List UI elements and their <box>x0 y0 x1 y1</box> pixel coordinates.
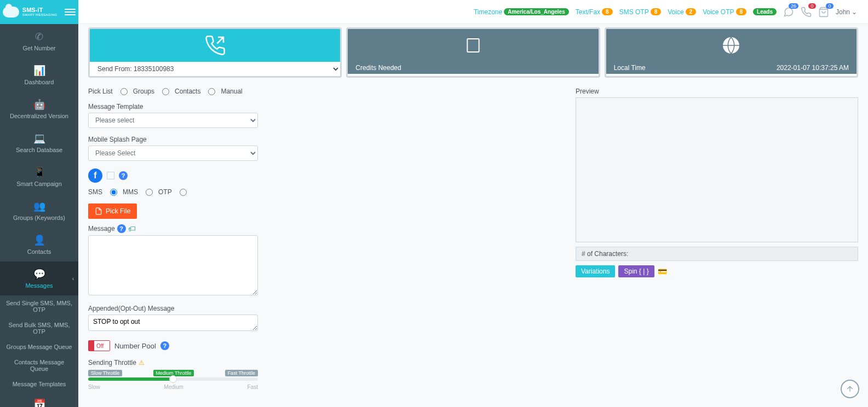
timezone-label: Timezone <box>474 8 502 16</box>
radio-sms[interactable] <box>110 189 117 196</box>
users-icon: 👥 <box>33 200 45 212</box>
number-pool-toggle[interactable]: Off <box>88 340 110 351</box>
preview-label: Preview <box>576 88 858 95</box>
credit-card-icon[interactable]: 💳 <box>658 267 667 276</box>
slider-handle[interactable] <box>169 375 177 383</box>
help-icon[interactable]: ? <box>117 224 126 233</box>
phone-icon: ✆ <box>35 31 43 43</box>
card-send-from: Send From: 18335100983 <box>88 27 342 78</box>
user-icon: 👤 <box>33 234 45 246</box>
globe-icon <box>721 36 741 55</box>
chevron-down-icon: ⌄ <box>852 8 857 16</box>
throttle-slider[interactable]: Slow Throttle Medium Throttle Fast Throt… <box>88 370 258 390</box>
message-textarea[interactable] <box>88 235 258 295</box>
help-icon[interactable]: ? <box>160 341 169 350</box>
sidebar-item-getnumber[interactable]: ✆Get Number <box>0 24 78 58</box>
pick-file-button[interactable]: Pick File <box>88 203 137 219</box>
sidebar-item-decentralized[interactable]: 🤖Decentralized Version <box>0 92 78 126</box>
cloud-icon <box>3 7 19 18</box>
sub-groups-queue[interactable]: Groups Message Queue <box>0 339 78 354</box>
smsotp-link[interactable]: SMS OTP8 <box>619 8 662 16</box>
sub-send-bulk[interactable]: Send Bulk SMS, MMS, OTP <box>0 317 78 339</box>
notification-icon[interactable]: 26 <box>783 7 794 18</box>
picklist-label: Pick List <box>88 88 113 95</box>
localtime-label: Local Time <box>614 64 646 72</box>
variations-button[interactable]: Variations <box>576 265 615 277</box>
char-count: # of Characters: <box>576 247 858 261</box>
leads-pill[interactable]: Leads <box>753 8 777 15</box>
sidebar-item-groups[interactable]: 👥Groups (Keywords) <box>0 194 78 228</box>
optout-label: Appended(Opt-Out) Message <box>88 305 559 312</box>
menu-toggle-icon[interactable] <box>65 7 76 18</box>
facebook-icon[interactable]: f <box>88 168 102 183</box>
radio-otp[interactable] <box>180 189 187 196</box>
template-select[interactable]: Please select <box>88 113 258 128</box>
sidebar-item-messages[interactable]: 💬Messages‹ <box>0 261 78 295</box>
missed-call-icon[interactable]: 0 <box>801 7 812 18</box>
localtime-value: 2022-01-07 10:37:25 AM <box>777 64 849 72</box>
timezone-value: America/Los_Angeles <box>504 8 569 15</box>
sidebar-item-dashboard[interactable]: 📊Dashboard <box>0 58 78 92</box>
voice-link[interactable]: Voice2 <box>668 8 696 16</box>
svg-rect-2 <box>467 39 479 52</box>
dashboard-icon: 📊 <box>33 65 45 77</box>
calculator-icon <box>464 37 482 54</box>
template-label: Message Template <box>88 103 559 111</box>
splash-select[interactable]: Please Select <box>88 146 258 161</box>
brand-logo[interactable]: SMS-iT SMART MESSAGING <box>0 0 78 24</box>
tag-icon[interactable]: 🏷 <box>128 224 136 233</box>
sub-send-single[interactable]: Send Single SMS, MMS, OTP <box>0 295 78 317</box>
radio-mms[interactable] <box>146 189 153 196</box>
voiceotp-link[interactable]: Voice OTP8 <box>703 8 746 16</box>
brand-name: SMS-iT <box>22 7 57 13</box>
timezone-link[interactable]: Timezone America/Los_Angeles <box>474 8 569 16</box>
radio-manual[interactable] <box>208 88 215 95</box>
sub-templates[interactable]: Message Templates <box>0 376 78 392</box>
preview-box <box>576 97 858 242</box>
sidebar: ✆Get Number 📊Dashboard 🤖Decentralized Ve… <box>0 24 78 407</box>
throttle-label: Sending Throttle <box>88 359 136 367</box>
card-localtime: Local Time2022-01-07 10:37:25 AM <box>605 27 858 78</box>
phone-outgoing-icon <box>204 34 226 56</box>
brand-tagline: SMART MESSAGING <box>22 13 57 16</box>
user-menu[interactable]: John ⌄ <box>836 8 857 16</box>
cart-icon[interactable]: 0 <box>818 7 829 18</box>
radio-contacts[interactable] <box>162 88 169 95</box>
mobile-icon: 📱 <box>33 166 45 178</box>
radio-groups[interactable] <box>120 88 128 95</box>
sidebar-item-search[interactable]: 💻Search Database <box>0 126 78 160</box>
scroll-top-button[interactable] <box>841 380 859 398</box>
sidebar-item-contacts[interactable]: 👤Contacts <box>0 228 78 261</box>
credits-label: Credits Needed <box>355 64 401 72</box>
facebook-checkbox[interactable] <box>107 172 114 179</box>
splash-label: Mobile Splash Page <box>88 136 559 143</box>
sub-contacts-queue[interactable]: Contacts Message Queue <box>0 354 78 376</box>
laptop-icon: 💻 <box>33 132 45 144</box>
sidebar-item-campaign[interactable]: 📱Smart Campaign <box>0 160 78 194</box>
card-credits: Credits Needed <box>346 27 600 78</box>
optout-textarea[interactable]: STOP to opt out <box>88 315 258 331</box>
spin-button[interactable]: Spin { | } <box>618 265 654 277</box>
chat-icon: 💬 <box>33 268 45 280</box>
android-icon: 🤖 <box>33 98 45 111</box>
calendar-icon: 📅 <box>33 398 45 407</box>
file-icon <box>95 207 102 215</box>
svg-line-1 <box>217 37 223 44</box>
arrow-up-icon <box>846 385 854 393</box>
sidebar-item-calendar[interactable]: 📅Scheduled Calendar <box>0 392 78 407</box>
pool-label: Number Pool <box>114 342 156 350</box>
message-label: Message <box>88 225 115 232</box>
textfax-link[interactable]: Text/Fax8 <box>576 8 613 16</box>
send-from-select[interactable]: Send From: 18335100983 <box>90 62 340 76</box>
warning-icon: ⚠ <box>139 359 145 367</box>
chevron-left-icon: ‹ <box>72 276 74 282</box>
picklist-row: Pick List Groups Contacts Manual <box>88 88 559 95</box>
help-icon[interactable]: ? <box>119 171 128 180</box>
